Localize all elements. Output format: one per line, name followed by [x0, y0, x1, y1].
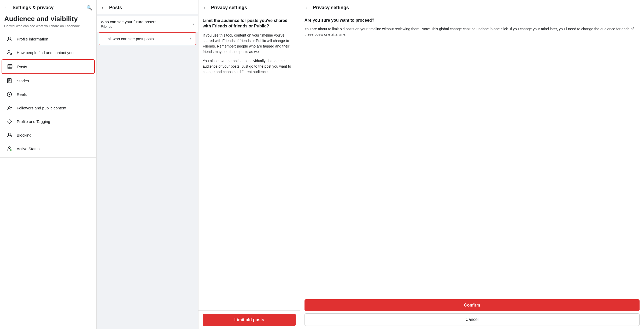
svg-point-0 — [8, 37, 10, 39]
search-icon[interactable]: 🔍 — [86, 5, 92, 11]
sidebar-item-profile-tagging[interactable]: Profile and Tagging — [2, 115, 95, 128]
sidebar-item-stories[interactable]: Stories — [2, 74, 95, 87]
confirm-panel-footer: Confirm Cancel — [300, 296, 644, 329]
privacy-panel-title: Privacy settings — [211, 5, 247, 10]
blocking-icon — [6, 131, 13, 139]
sidebar-item-label: Profile information — [17, 37, 48, 41]
privacy-paragraph-1: If you use this tool, content on your ti… — [203, 33, 296, 55]
privacy-paragraph-2: You also have the option to individually… — [203, 58, 296, 75]
tag-icon — [6, 118, 13, 125]
svg-line-3 — [11, 55, 12, 55]
svg-point-1 — [8, 51, 10, 52]
posts-list: Who can see your future posts? Friends ›… — [97, 14, 198, 47]
sidebar-panel: ← Settings & privacy 🔍 Audience and visi… — [0, 0, 97, 329]
sidebar-main-title-block: Audience and visibility Control who can … — [0, 13, 96, 29]
past-posts-item[interactable]: Limit who can see past posts › — [99, 32, 196, 45]
posts-back-arrow[interactable]: ← — [101, 5, 106, 11]
confirm-panel-header: ← Privacy settings — [300, 0, 644, 14]
sidebar-item-reels[interactable]: Reels — [2, 87, 95, 101]
sidebar-item-label: Followers and public content — [17, 106, 66, 110]
svg-rect-4 — [8, 64, 12, 69]
svg-point-14 — [8, 106, 10, 108]
followers-icon — [6, 104, 13, 111]
confirm-panel-content: Are you sure you want to proceed? You ar… — [300, 14, 644, 42]
future-posts-item[interactable]: Who can see your future posts? Friends › — [97, 16, 198, 32]
confirm-description-text: You are about to limit old posts on your… — [305, 26, 640, 37]
svg-point-21 — [8, 147, 10, 149]
sidebar-item-how-people-find[interactable]: How people find and contact you — [2, 46, 95, 59]
future-posts-subtitle: Friends — [101, 25, 156, 28]
person-icon — [6, 35, 13, 43]
past-posts-title: Limit who can see past posts — [103, 37, 154, 41]
sidebar-item-posts[interactable]: Posts — [2, 59, 95, 74]
svg-marker-13 — [9, 93, 10, 95]
privacy-panel-header: ← Privacy settings — [198, 0, 300, 14]
sidebar-header-title: Settings & privacy — [13, 5, 54, 10]
chevron-right-icon: › — [190, 37, 191, 41]
sidebar-back-arrow[interactable]: ← — [4, 5, 9, 11]
confirm-button[interactable]: Confirm — [305, 299, 640, 311]
privacy-panel-footer: Limit old posts — [198, 310, 300, 329]
sidebar-divider — [0, 157, 96, 158]
confirm-question-title: Are you sure you want to proceed? — [305, 18, 640, 23]
posts-panel: ← Posts Who can see your future posts? F… — [97, 0, 198, 329]
confirm-back-arrow[interactable]: ← — [305, 5, 310, 11]
sidebar-item-label: Active Status — [17, 146, 40, 151]
posts-panel-header: ← Posts — [97, 0, 198, 14]
reels-icon — [6, 91, 13, 98]
sidebar-item-active-status[interactable]: Active Status — [2, 142, 95, 155]
sidebar-item-label: How people find and contact you — [17, 50, 74, 55]
sidebar-item-label: Blocking — [17, 133, 32, 137]
cancel-button[interactable]: Cancel — [305, 313, 640, 326]
privacy-panel: ← Privacy settings Limit the audience fo… — [198, 0, 300, 329]
sidebar-item-blocking[interactable]: Blocking — [2, 128, 95, 142]
person-search-icon — [6, 49, 13, 56]
privacy-back-arrow[interactable]: ← — [203, 5, 208, 11]
past-posts-content: Limit who can see past posts — [103, 37, 154, 41]
audience-visibility-subtitle: Control who can see what you share on Fa… — [4, 24, 92, 28]
posts-panel-content-area — [97, 47, 198, 329]
sidebar-item-label: Profile and Tagging — [17, 119, 50, 124]
active-status-icon — [6, 145, 13, 152]
chevron-right-icon: › — [193, 22, 194, 26]
sidebar-header: ← Settings & privacy 🔍 — [0, 0, 96, 13]
sidebar-item-label: Reels — [17, 92, 27, 97]
confirm-panel-title: Privacy settings — [313, 5, 349, 10]
sidebar-nav-list: Profile information How people find and … — [0, 32, 96, 155]
sidebar-item-profile-information[interactable]: Profile information — [2, 32, 95, 46]
sidebar-item-followers[interactable]: Followers and public content — [2, 101, 95, 115]
privacy-content-title: Limit the audience for posts you've shar… — [203, 18, 296, 29]
limit-old-posts-button[interactable]: Limit old posts — [203, 314, 296, 326]
future-posts-content: Who can see your future posts? Friends — [101, 20, 156, 28]
confirm-panel: ← Privacy settings Are you sure you want… — [300, 0, 644, 329]
svg-point-18 — [8, 133, 10, 135]
svg-point-22 — [10, 149, 12, 151]
sidebar-item-label: Posts — [17, 64, 27, 69]
posts-panel-title: Posts — [109, 5, 122, 10]
future-posts-title: Who can see your future posts? — [101, 20, 156, 24]
privacy-panel-content: Limit the audience for posts you've shar… — [198, 14, 300, 329]
sidebar-item-label: Stories — [17, 79, 29, 83]
stories-icon — [6, 77, 13, 84]
svg-point-2 — [10, 53, 12, 55]
audience-visibility-title: Audience and visibility — [4, 15, 92, 23]
posts-icon — [6, 63, 14, 70]
